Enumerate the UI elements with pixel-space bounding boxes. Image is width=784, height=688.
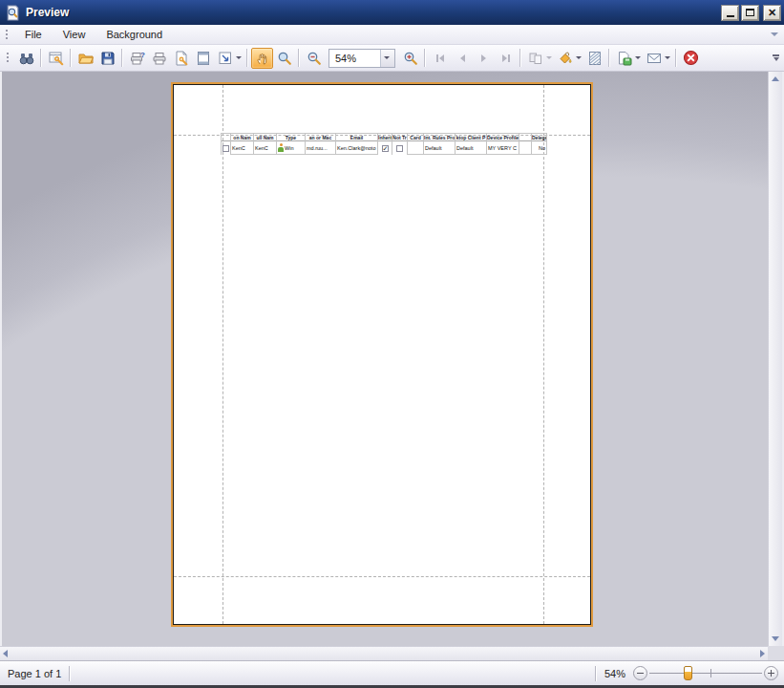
customize-grid-wrench-icon xyxy=(49,51,64,66)
table-cell xyxy=(378,141,392,155)
export-dropdown-icon[interactable] xyxy=(635,56,641,59)
multiple-pages-button[interactable] xyxy=(524,48,546,69)
toolbar-grip-handle[interactable] xyxy=(6,52,11,64)
maximize-button[interactable] xyxy=(741,5,759,21)
watermark-icon xyxy=(587,51,603,66)
menu-background[interactable]: Background xyxy=(95,27,173,42)
zoom-slider-thumb[interactable] xyxy=(684,666,692,680)
report-table: on Nam KenC ull Nam KenC Type Win an or … xyxy=(221,133,547,155)
zoom-combobox[interactable]: 54% xyxy=(328,49,395,68)
zoom-slider[interactable] xyxy=(649,665,762,681)
next-page-button[interactable] xyxy=(473,48,495,69)
previous-page-button[interactable] xyxy=(451,48,473,69)
table-column-card: Card xyxy=(408,133,424,155)
table-cell xyxy=(392,141,407,155)
multiple-pages-dropdown-icon[interactable] xyxy=(546,56,552,59)
scroll-down-icon[interactable] xyxy=(772,636,779,641)
column-header: Device Profiles xyxy=(487,133,519,141)
table-column-type: Type Win xyxy=(277,133,306,155)
margin-guide-left xyxy=(222,85,223,624)
watermark-button[interactable] xyxy=(583,48,605,69)
table-cell xyxy=(519,141,531,155)
user-icon xyxy=(278,143,284,152)
toolbar-separator xyxy=(121,49,123,67)
minimize-button[interactable] xyxy=(721,5,739,21)
column-header: ktop Client P xyxy=(456,133,486,141)
table-cell xyxy=(408,141,423,155)
minimize-icon xyxy=(727,15,734,17)
table-column-not-tr: Not Tr xyxy=(392,133,408,155)
zoom-combobox-dropdown[interactable] xyxy=(380,50,394,67)
preview-app-icon xyxy=(5,5,21,21)
send-email-button[interactable] xyxy=(643,48,665,69)
hand-icon xyxy=(255,51,270,66)
exit-button[interactable] xyxy=(680,48,702,69)
cell-text: Win xyxy=(285,141,293,155)
column-header: Card xyxy=(408,133,423,141)
chevron-down-icon xyxy=(384,56,390,59)
magnifier-button[interactable] xyxy=(273,48,295,69)
header-footer-button[interactable] xyxy=(192,48,214,69)
menu-overflow-icon[interactable] xyxy=(771,32,778,36)
close-icon: ✕ xyxy=(768,8,776,18)
last-page-button[interactable] xyxy=(495,48,517,69)
hand-tool-button[interactable] xyxy=(251,48,273,69)
send-email-dropdown-icon[interactable] xyxy=(665,56,670,59)
table-column-desktop-client: ktop Client P Default xyxy=(456,133,487,155)
print-dialog-button[interactable]: ? xyxy=(126,48,148,69)
exit-red-x-icon xyxy=(683,50,699,66)
scale-icon xyxy=(218,51,233,66)
zoom-slider-tick xyxy=(710,669,711,677)
scale-dropdown-icon[interactable] xyxy=(236,56,242,59)
first-page-button[interactable] xyxy=(429,48,451,69)
quick-print-button[interactable] xyxy=(148,48,170,69)
horizontal-scrollbar[interactable] xyxy=(0,646,768,660)
page-color-button[interactable] xyxy=(554,48,576,69)
next-page-icon xyxy=(477,52,491,65)
save-floppy-icon xyxy=(100,51,116,66)
save-button[interactable] xyxy=(96,48,118,69)
table-cell: KenC xyxy=(231,141,253,155)
zoom-controls: 54% xyxy=(595,665,784,681)
table-column-full-name: ull Nam KenC xyxy=(254,133,277,155)
table-column-delega-role: DelegaRole No xyxy=(532,133,547,155)
window-title: Preview xyxy=(26,6,719,19)
zoom-percent-label: 54% xyxy=(597,668,633,679)
customize-button[interactable] xyxy=(45,48,67,69)
margin-guide-right xyxy=(543,85,544,624)
search-button[interactable] xyxy=(15,48,37,69)
zoom-out-slider-button[interactable] xyxy=(633,666,647,680)
close-button[interactable]: ✕ xyxy=(763,5,781,21)
toolbar-separator xyxy=(519,49,521,67)
page-color-dropdown-icon[interactable] xyxy=(576,56,582,59)
column-header: Not Tr xyxy=(392,133,407,141)
zoom-in-button[interactable] xyxy=(399,48,421,69)
column-header: an or Mac xyxy=(306,133,335,141)
export-document-button[interactable] xyxy=(613,48,635,69)
plus-icon xyxy=(768,670,774,677)
table-column-int-rules-prof: Int. Rules Prof Default xyxy=(424,133,456,155)
report-page[interactable]: on Nam KenC ull Nam KenC Type Win an or … xyxy=(173,84,591,625)
statusbar-separator xyxy=(69,666,71,681)
overflow-chevron-icon xyxy=(773,57,779,61)
scrollbar-corner xyxy=(768,646,784,660)
column-header: Type xyxy=(277,133,305,141)
zoom-slider-track[interactable] xyxy=(649,673,762,674)
table-cell: Ken.Clark@noto xyxy=(336,141,377,155)
table-cell: MY VERY C xyxy=(487,141,519,155)
page-setup-button[interactable] xyxy=(170,48,192,69)
toolbar-overflow-button[interactable] xyxy=(773,54,779,61)
preview-viewport[interactable]: on Nam KenC ull Nam KenC Type Win an or … xyxy=(2,72,768,646)
vertical-scrollbar[interactable] xyxy=(768,72,782,646)
scroll-right-icon[interactable] xyxy=(760,650,765,657)
menu-file[interactable]: File xyxy=(14,27,53,42)
zoom-out-button[interactable] xyxy=(303,48,325,69)
zoom-in-slider-button[interactable] xyxy=(764,666,778,680)
scroll-up-icon[interactable] xyxy=(772,76,779,81)
open-button[interactable] xyxy=(74,48,96,69)
scroll-left-icon[interactable] xyxy=(3,650,8,657)
menu-grip-handle[interactable] xyxy=(5,29,10,41)
toolbar-separator xyxy=(608,49,610,67)
menu-view[interactable]: View xyxy=(53,27,96,42)
scale-button[interactable] xyxy=(214,48,236,69)
